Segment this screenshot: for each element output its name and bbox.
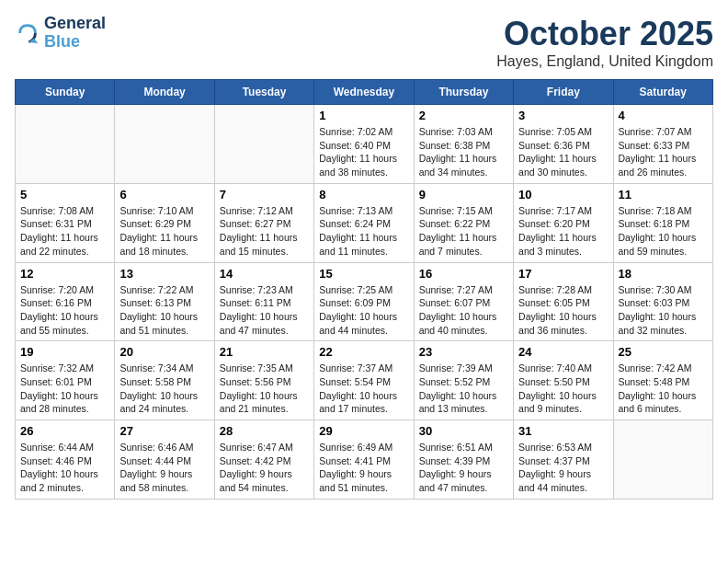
day-number: 19 (20, 345, 109, 359)
day-info: Sunrise: 7:13 AMSunset: 6:24 PMDaylight:… (319, 204, 408, 259)
day-number: 31 (518, 424, 608, 438)
calendar-body: 1Sunrise: 7:02 AMSunset: 6:40 PMDaylight… (16, 105, 713, 500)
day-number: 11 (619, 188, 708, 201)
calendar-cell: 10Sunrise: 7:17 AMSunset: 6:20 PMDayligh… (514, 183, 613, 262)
day-number: 9 (419, 188, 508, 201)
day-number: 24 (518, 345, 608, 359)
calendar-cell: 25Sunrise: 7:42 AMSunset: 5:48 PMDayligh… (613, 341, 712, 420)
day-number: 17 (518, 267, 608, 281)
day-info: Sunrise: 7:20 AMSunset: 6:16 PMDaylight:… (20, 283, 109, 338)
calendar-cell: 11Sunrise: 7:18 AMSunset: 6:18 PMDayligh… (613, 183, 712, 262)
day-number: 15 (319, 267, 408, 281)
calendar-cell: 1Sunrise: 7:02 AMSunset: 6:40 PMDaylight… (314, 105, 414, 184)
day-info: Sunrise: 7:35 AMSunset: 5:56 PMDaylight:… (220, 362, 309, 416)
calendar-cell: 18Sunrise: 7:30 AMSunset: 6:03 PMDayligh… (613, 262, 712, 341)
calendar-cell: 16Sunrise: 7:27 AMSunset: 6:07 PMDayligh… (414, 262, 513, 341)
day-info: Sunrise: 7:10 AMSunset: 6:29 PMDaylight:… (119, 204, 209, 259)
day-info: Sunrise: 7:22 AMSunset: 6:13 PMDaylight:… (119, 283, 209, 338)
day-info: Sunrise: 6:46 AMSunset: 4:44 PMDaylight:… (119, 441, 209, 495)
calendar-week-3: 19Sunrise: 7:32 AMSunset: 6:01 PMDayligh… (16, 341, 713, 420)
calendar-table: SundayMondayTuesdayWednesdayThursdayFrid… (15, 79, 713, 500)
day-info: Sunrise: 7:15 AMSunset: 6:22 PMDaylight:… (419, 204, 508, 259)
title-area: October 2025 Hayes, England, United King… (496, 15, 713, 70)
day-header-thursday: Thursday (414, 80, 513, 105)
day-info: Sunrise: 7:42 AMSunset: 5:48 PMDaylight:… (619, 362, 708, 416)
day-number: 10 (518, 188, 608, 201)
day-number: 1 (319, 109, 408, 122)
day-header-sunday: Sunday (16, 80, 115, 105)
calendar-cell: 5Sunrise: 7:08 AMSunset: 6:31 PMDaylight… (16, 183, 115, 262)
day-number: 23 (419, 345, 508, 359)
day-number: 21 (220, 345, 309, 359)
day-number: 22 (319, 345, 408, 359)
day-info: Sunrise: 7:18 AMSunset: 6:18 PMDaylight:… (619, 204, 708, 259)
day-number: 14 (220, 267, 309, 281)
day-info: Sunrise: 7:03 AMSunset: 6:38 PMDaylight:… (419, 125, 508, 179)
day-number: 3 (518, 109, 608, 122)
day-number: 13 (119, 267, 209, 281)
calendar-cell: 3Sunrise: 7:05 AMSunset: 6:36 PMDaylight… (514, 105, 613, 184)
calendar-cell: 29Sunrise: 6:49 AMSunset: 4:41 PMDayligh… (314, 420, 414, 500)
day-info: Sunrise: 7:34 AMSunset: 5:58 PMDaylight:… (119, 362, 209, 416)
logo-icon (15, 20, 40, 46)
day-number: 27 (119, 424, 209, 438)
day-info: Sunrise: 7:23 AMSunset: 6:11 PMDaylight:… (220, 283, 309, 338)
day-number: 30 (419, 424, 508, 438)
calendar-cell: 2Sunrise: 7:03 AMSunset: 6:38 PMDaylight… (414, 105, 513, 184)
day-header-tuesday: Tuesday (214, 80, 313, 105)
day-number: 12 (20, 267, 109, 281)
day-info: Sunrise: 7:27 AMSunset: 6:07 PMDaylight:… (419, 283, 508, 338)
calendar-cell: 14Sunrise: 7:23 AMSunset: 6:11 PMDayligh… (214, 262, 313, 341)
calendar-week-4: 26Sunrise: 6:44 AMSunset: 4:46 PMDayligh… (16, 420, 713, 500)
month-title: October 2025 (496, 15, 713, 53)
day-info: Sunrise: 7:32 AMSunset: 6:01 PMDaylight:… (20, 362, 109, 416)
calendar-cell: 6Sunrise: 7:10 AMSunset: 6:29 PMDaylight… (115, 183, 214, 262)
day-number: 2 (419, 109, 508, 122)
day-header-friday: Friday (514, 80, 613, 105)
calendar-cell: 13Sunrise: 7:22 AMSunset: 6:13 PMDayligh… (115, 262, 214, 341)
day-info: Sunrise: 7:28 AMSunset: 6:05 PMDaylight:… (518, 283, 608, 338)
day-number: 8 (319, 188, 408, 201)
calendar-week-2: 12Sunrise: 7:20 AMSunset: 6:16 PMDayligh… (16, 262, 713, 341)
calendar-cell: 7Sunrise: 7:12 AMSunset: 6:27 PMDaylight… (214, 183, 313, 262)
logo-line2: Blue (44, 32, 80, 51)
day-info: Sunrise: 6:49 AMSunset: 4:41 PMDaylight:… (319, 441, 408, 495)
day-info: Sunrise: 7:02 AMSunset: 6:40 PMDaylight:… (319, 125, 408, 179)
day-number: 25 (619, 345, 708, 359)
day-header-wednesday: Wednesday (314, 80, 414, 105)
day-number: 5 (20, 188, 109, 201)
calendar-cell: 15Sunrise: 7:25 AMSunset: 6:09 PMDayligh… (314, 262, 414, 341)
day-info: Sunrise: 6:44 AMSunset: 4:46 PMDaylight:… (20, 441, 109, 495)
calendar-cell: 26Sunrise: 6:44 AMSunset: 4:46 PMDayligh… (16, 420, 115, 500)
calendar-week-0: 1Sunrise: 7:02 AMSunset: 6:40 PMDaylight… (16, 105, 713, 184)
calendar-cell: 9Sunrise: 7:15 AMSunset: 6:22 PMDaylight… (414, 183, 513, 262)
calendar-cell: 24Sunrise: 7:40 AMSunset: 5:50 PMDayligh… (514, 341, 613, 420)
calendar-cell: 20Sunrise: 7:34 AMSunset: 5:58 PMDayligh… (115, 341, 214, 420)
page-header: General Blue October 2025 Hayes, England… (15, 15, 713, 70)
day-info: Sunrise: 7:37 AMSunset: 5:54 PMDaylight:… (319, 362, 408, 416)
day-info: Sunrise: 7:25 AMSunset: 6:09 PMDaylight:… (319, 283, 408, 338)
calendar-cell: 4Sunrise: 7:07 AMSunset: 6:33 PMDaylight… (613, 105, 712, 184)
calendar-cell: 21Sunrise: 7:35 AMSunset: 5:56 PMDayligh… (214, 341, 313, 420)
calendar-cell: 27Sunrise: 6:46 AMSunset: 4:44 PMDayligh… (115, 420, 214, 500)
day-number: 16 (419, 267, 508, 281)
calendar-cell (16, 105, 115, 184)
day-number: 7 (220, 188, 309, 201)
day-number: 18 (619, 267, 708, 281)
logo-line1: General (44, 15, 106, 33)
calendar-cell: 12Sunrise: 7:20 AMSunset: 6:16 PMDayligh… (16, 262, 115, 341)
calendar-cell: 22Sunrise: 7:37 AMSunset: 5:54 PMDayligh… (314, 341, 414, 420)
day-info: Sunrise: 7:12 AMSunset: 6:27 PMDaylight:… (220, 204, 309, 259)
calendar-week-1: 5Sunrise: 7:08 AMSunset: 6:31 PMDaylight… (16, 183, 713, 262)
calendar-cell: 19Sunrise: 7:32 AMSunset: 6:01 PMDayligh… (16, 341, 115, 420)
day-number: 6 (119, 188, 209, 201)
day-info: Sunrise: 7:08 AMSunset: 6:31 PMDaylight:… (20, 204, 109, 259)
day-info: Sunrise: 7:05 AMSunset: 6:36 PMDaylight:… (518, 125, 608, 179)
logo: General Blue (15, 15, 106, 52)
day-info: Sunrise: 6:53 AMSunset: 4:37 PMDaylight:… (518, 441, 608, 495)
day-info: Sunrise: 7:17 AMSunset: 6:20 PMDaylight:… (518, 204, 608, 259)
day-info: Sunrise: 6:47 AMSunset: 4:42 PMDaylight:… (220, 441, 309, 495)
day-info: Sunrise: 7:39 AMSunset: 5:52 PMDaylight:… (419, 362, 508, 416)
calendar-cell: 28Sunrise: 6:47 AMSunset: 4:42 PMDayligh… (214, 420, 313, 500)
day-number: 20 (119, 345, 209, 359)
